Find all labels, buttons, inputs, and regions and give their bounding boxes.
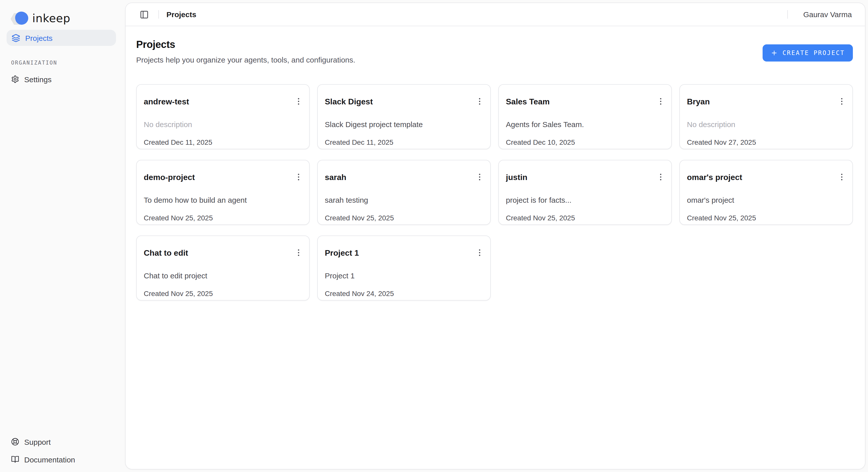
project-description: omar's project [687, 196, 832, 205]
project-description: Agents for Sales Team. [506, 120, 651, 129]
project-name: Sales Team [506, 97, 651, 107]
project-menu-button[interactable] [835, 94, 849, 108]
breadcrumb: Projects [166, 10, 196, 19]
topbar: Projects Gaurav Varma [126, 3, 865, 26]
project-card[interactable]: demo-project To demo how to build an age… [136, 160, 310, 225]
ellipsis-vertical-icon [475, 97, 484, 106]
topbar-right: Gaurav Varma [779, 10, 852, 19]
page-header: Projects Projects help you organize your… [136, 38, 853, 64]
sidebar-item-settings[interactable]: Settings [6, 72, 119, 87]
sidebar: inkeep Projects ORGANIZATION Settings Su… [0, 0, 125, 472]
page-title: Projects [136, 38, 355, 51]
project-created-date: Created Dec 11, 2025 [144, 138, 289, 146]
project-created-date: Created Nov 25, 2025 [687, 214, 832, 222]
topbar-divider [787, 10, 787, 19]
project-name: Project 1 [325, 248, 470, 258]
project-card[interactable]: Sales Team Agents for Sales Team. Create… [498, 84, 672, 149]
project-description: sarah testing [325, 196, 470, 205]
create-project-button[interactable]: CREATE PROJECT [763, 44, 853, 62]
project-card[interactable]: Project 1 Project 1 Created Nov 24, 2025 [317, 235, 491, 301]
sidebar-item-label: Projects [25, 34, 53, 42]
ellipsis-vertical-icon [475, 172, 484, 182]
ellipsis-vertical-icon [837, 172, 846, 182]
project-created-date: Created Dec 10, 2025 [506, 138, 651, 146]
project-created-date: Created Nov 25, 2025 [144, 214, 289, 222]
project-menu-button[interactable] [654, 170, 668, 184]
book-open-icon [11, 455, 19, 464]
ellipsis-vertical-icon [656, 172, 665, 182]
project-card[interactable]: Slack Digest Slack Digest project templa… [317, 84, 491, 149]
inkeep-logo-icon [10, 11, 28, 26]
page-subtitle: Projects help you organize your agents, … [136, 56, 355, 64]
ellipsis-vertical-icon [294, 248, 303, 257]
sidebar-toggle-button[interactable] [138, 8, 151, 21]
project-card[interactable]: sarah sarah testing Created Nov 25, 2025 [317, 160, 491, 225]
project-name: justin [506, 172, 651, 183]
topbar-divider [158, 10, 159, 19]
project-card[interactable]: omar's project omar's project Created No… [679, 160, 853, 225]
project-name: andrew-test [144, 97, 289, 107]
project-menu-button[interactable] [473, 246, 487, 260]
sidebar-item-documentation[interactable]: Documentation [6, 452, 119, 467]
brand-wordmark: inkeep [32, 13, 70, 24]
project-name: demo-project [144, 172, 289, 183]
project-card[interactable]: Bryan No description Created Nov 27, 202… [679, 84, 853, 149]
project-created-date: Created Nov 25, 2025 [144, 289, 289, 297]
project-name: Slack Digest [325, 97, 470, 107]
project-menu-button[interactable] [835, 170, 849, 184]
project-description: No description [687, 120, 832, 129]
project-menu-button[interactable] [291, 170, 306, 184]
page-content: Projects Projects help you organize your… [126, 26, 865, 469]
sidebar-org-group: Settings [6, 72, 119, 87]
project-description: Chat to edit project [144, 271, 289, 280]
page-header-text: Projects Projects help you organize your… [136, 38, 355, 64]
project-menu-button[interactable] [291, 94, 306, 108]
project-created-date: Created Nov 25, 2025 [325, 214, 470, 222]
sidebar-item-label: Documentation [24, 455, 75, 464]
project-menu-button[interactable] [291, 246, 306, 260]
ellipsis-vertical-icon [294, 97, 303, 106]
project-name: Chat to edit [144, 248, 289, 258]
project-description: To demo how to build an agent [144, 196, 289, 205]
project-menu-button[interactable] [473, 170, 487, 184]
project-description: Slack Digest project template [325, 120, 470, 129]
project-name: Bryan [687, 97, 832, 107]
create-project-label: CREATE PROJECT [782, 50, 845, 57]
project-created-date: Created Nov 27, 2025 [687, 138, 832, 146]
project-card[interactable]: justin project is for facts... Created N… [498, 160, 672, 225]
layers-icon [11, 34, 20, 42]
sidebar-section-label: ORGANIZATION [11, 60, 125, 66]
logo-blue-blob [15, 11, 28, 25]
sidebar-footer: Support Documentation [0, 434, 125, 470]
sidebar-item-projects[interactable]: Projects [6, 30, 116, 46]
sidebar-item-label: Settings [24, 75, 52, 84]
project-created-date: Created Nov 25, 2025 [506, 214, 651, 222]
app-root: inkeep Projects ORGANIZATION Settings Su… [0, 0, 868, 472]
project-menu-button[interactable] [654, 94, 668, 108]
sidebar-item-label: Support [24, 437, 51, 446]
project-menu-button[interactable] [473, 94, 487, 108]
project-card[interactable]: Chat to edit Chat to edit project Create… [136, 235, 310, 301]
project-name: sarah [325, 172, 470, 183]
sidebar-item-support[interactable]: Support [6, 434, 119, 449]
inkeep-logo: inkeep [0, 11, 125, 26]
sidebar-nav: Projects [6, 30, 116, 46]
ellipsis-vertical-icon [837, 97, 846, 106]
project-description: Project 1 [325, 271, 470, 280]
ellipsis-vertical-icon [475, 248, 484, 257]
main-panel: Projects Gaurav Varma Projects Projects … [125, 2, 866, 470]
project-card[interactable]: andrew-test No description Created Dec 1… [136, 84, 310, 149]
project-created-date: Created Nov 24, 2025 [325, 289, 470, 297]
project-name: omar's project [687, 172, 832, 183]
panel-left-icon [140, 10, 149, 19]
ellipsis-vertical-icon [656, 97, 665, 106]
project-description: project is for facts... [506, 196, 651, 205]
gear-icon [11, 75, 19, 83]
ellipsis-vertical-icon [294, 172, 303, 182]
user-menu[interactable]: Gaurav Varma [803, 10, 852, 19]
project-description: No description [144, 120, 289, 129]
life-buoy-icon [11, 438, 19, 446]
plus-icon [771, 50, 778, 57]
projects-grid: andrew-test No description Created Dec 1… [136, 84, 853, 301]
project-created-date: Created Dec 11, 2025 [325, 138, 470, 146]
